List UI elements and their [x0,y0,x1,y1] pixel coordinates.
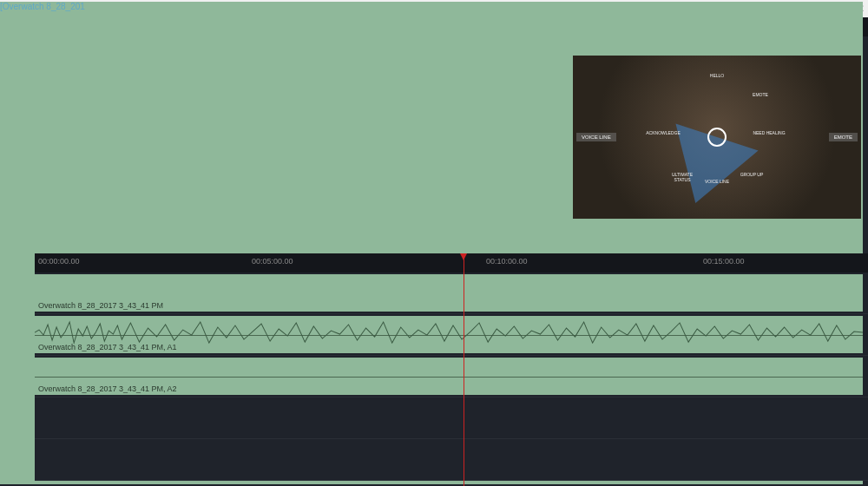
track-a4[interactable] [35,439,868,481]
timeline: V1 A1 A2 A3 A4 00:00:00.00 00:05:00.00 0… [0,253,868,486]
clip-a2[interactable]: Overwatch 8_28_2017 3_43_41 PM, A2 [35,358,863,395]
timeline-body[interactable]: 00:00:00.00 00:05:00.00 00:10:00.00 00:1… [35,253,868,486]
viewer-monitor[interactable]: HELLO EMOTE NEED HEALING GROUP UP ULTIMA… [573,56,861,219]
track-v1[interactable]: Overwatch 8_28_2017 3_43_41 PM [35,273,868,314]
clip-a1[interactable]: Overwatch 8_28_2017 3_43_41 PM, A1 [35,316,863,353]
track-a1[interactable]: Overwatch 8_28_2017 3_43_41 PM, A1 [35,314,868,356]
viewer-header: Sequence #1 [Overwatch 8_28_201 [573,40,861,56]
viewer-panel: Sequence #1 [Overwatch 8_28_201 HELLO EM… [573,40,861,250]
clip-v1[interactable]: Overwatch 8_28_2017 3_43_41 PM [35,274,863,312]
playhead[interactable] [464,253,464,486]
track-a2[interactable]: Overwatch 8_28_2017 3_43_41 PM, A2 [35,356,868,397]
radial-center-icon [707,128,727,147]
timeline-ruler[interactable]: 00:00:00.00 00:05:00.00 00:10:00.00 00:1… [35,253,868,273]
side-label-left: VOICE LINE [576,133,616,141]
track-a3[interactable] [35,397,868,439]
side-label-right: EMOTE [829,133,858,141]
waveform-icon [35,319,863,345]
